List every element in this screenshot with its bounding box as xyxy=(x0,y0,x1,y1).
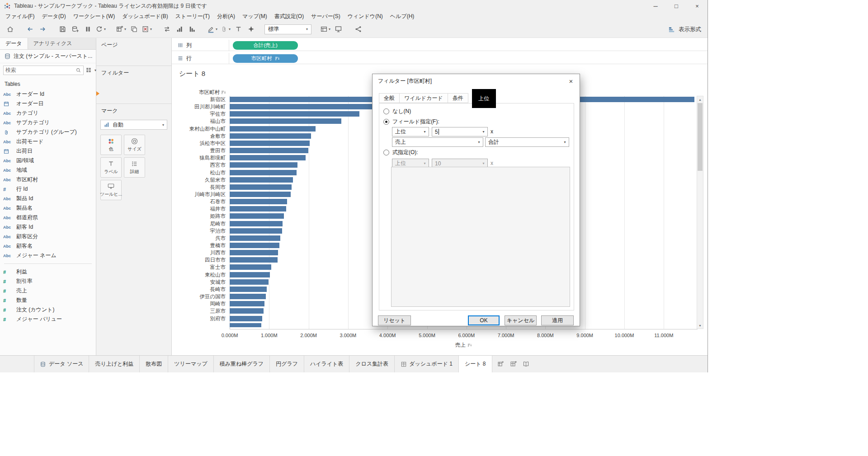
category-label[interactable]: 呉市 xyxy=(172,235,226,242)
field-item[interactable]: Abc顧客区分 xyxy=(0,232,96,241)
category-label[interactable]: 川崎市川崎区 xyxy=(172,191,226,198)
category-label[interactable]: 新宿区 xyxy=(172,96,226,103)
top-count-input[interactable]: 5 ▾ xyxy=(432,127,488,136)
field-item[interactable]: #売上 xyxy=(0,286,96,296)
field-item[interactable]: サブカテゴリ (グループ) xyxy=(0,127,96,137)
explain-data-button[interactable] xyxy=(245,23,257,36)
bar-mark[interactable] xyxy=(230,199,287,204)
pages-shelf[interactable]: ページ xyxy=(96,38,171,66)
undo-button[interactable] xyxy=(24,23,36,36)
reset-button[interactable]: リセット xyxy=(378,315,411,325)
marks-color-button[interactable]: 色 xyxy=(100,135,122,155)
category-label[interactable]: 長岡市 xyxy=(172,183,226,191)
show-me-button[interactable]: 表示形式 xyxy=(668,24,701,35)
bar-mark[interactable] xyxy=(230,148,308,153)
bar-mark[interactable] xyxy=(230,111,359,117)
fit-selector[interactable]: 標準▾ xyxy=(264,24,311,34)
category-label[interactable]: 田川郡川崎町 xyxy=(172,103,226,110)
category-label[interactable]: 久留米市 xyxy=(172,176,226,183)
menu-item[interactable]: マップ(M) xyxy=(239,12,271,21)
bar-mark[interactable] xyxy=(230,243,279,248)
category-label[interactable]: 富士市 xyxy=(172,263,226,271)
field-item[interactable]: Abcメジャー ネーム xyxy=(0,251,96,260)
menu-item[interactable]: サーバー(S) xyxy=(307,12,344,21)
new-worksheet-button[interactable]: ▾ xyxy=(114,23,127,36)
highlight-button[interactable]: ▾ xyxy=(206,23,219,36)
filters-shelf[interactable]: フィルター xyxy=(96,66,171,104)
category-label[interactable]: 西宮市 xyxy=(172,161,226,169)
cancel-button[interactable]: キャンセル xyxy=(505,315,537,325)
field-item[interactable]: #メジャー バリュー xyxy=(0,315,96,324)
bar-mark[interactable] xyxy=(230,250,278,255)
close-button[interactable]: × xyxy=(687,0,708,12)
home-button[interactable] xyxy=(4,23,16,36)
category-label[interactable]: 東村山郡中山町 xyxy=(172,125,226,132)
bar-mark[interactable] xyxy=(230,104,374,109)
field-item[interactable]: Abc製品 Id xyxy=(0,194,96,203)
redo-button[interactable] xyxy=(36,23,49,36)
new-worksheet-tab-button[interactable] xyxy=(495,358,507,370)
bar-mark[interactable] xyxy=(230,257,278,263)
category-label[interactable]: 岡崎市 xyxy=(172,300,226,307)
sheet-tab[interactable]: ハイライト表 xyxy=(304,356,349,372)
category-label[interactable]: 東松山市 xyxy=(172,271,226,278)
filter-none-radio[interactable]: なし(N) xyxy=(383,108,411,115)
bar-mark[interactable] xyxy=(230,206,286,212)
field-item[interactable]: Abc国/領域 xyxy=(0,156,96,165)
category-label[interactable]: 伊豆の国市 xyxy=(172,293,226,300)
marks-label-button[interactable]: ラベル xyxy=(100,157,122,178)
bar-mark[interactable] xyxy=(230,170,297,175)
sheet-tab[interactable]: 売り上げと利益 xyxy=(89,356,140,372)
field-item[interactable]: #注文 (カウント) xyxy=(0,305,96,315)
mark-type-select[interactable]: 自動 ▾ xyxy=(100,120,167,130)
field-item[interactable]: オーダー日 xyxy=(0,99,96,108)
pill-sum-sales[interactable]: 合計(売上) xyxy=(233,41,298,50)
category-label[interactable]: 尼崎市 xyxy=(172,220,226,227)
category-label[interactable]: 福山市 xyxy=(172,118,226,125)
field-item[interactable]: #行 Id xyxy=(0,184,96,194)
field-item[interactable]: Abc都道府県 xyxy=(0,213,96,222)
menu-item[interactable]: 書式設定(O) xyxy=(271,12,307,21)
field-item[interactable]: Abc地域 xyxy=(0,165,96,175)
clear-sheet-button[interactable]: ▾ xyxy=(140,23,153,36)
bar-mark[interactable] xyxy=(230,287,267,292)
bar-mark[interactable] xyxy=(230,118,341,124)
field-item[interactable]: Abcオーダー Id xyxy=(0,89,96,99)
bar-mark[interactable] xyxy=(230,272,270,277)
category-label[interactable]: 猿島郡境町 xyxy=(172,154,226,161)
sort-descending-button[interactable] xyxy=(186,23,198,36)
category-label[interactable]: 豊橋市 xyxy=(172,242,226,249)
pill-city[interactable]: 市区町村 xyxy=(233,54,298,63)
ok-button[interactable]: OK xyxy=(468,315,500,325)
bar-mark[interactable] xyxy=(230,177,293,183)
marks-size-button[interactable]: サイズ xyxy=(124,135,145,155)
search-input[interactable] xyxy=(5,67,75,73)
field-item[interactable]: Abc顧客名 xyxy=(0,241,96,251)
maximize-button[interactable]: □ xyxy=(666,0,687,12)
filter-tab-top[interactable]: 上位 xyxy=(472,89,496,108)
row-field-header[interactable]: 市区町村 xyxy=(172,89,228,96)
bar-mark[interactable] xyxy=(230,294,266,299)
grid-view-icon[interactable] xyxy=(85,67,92,73)
filter-by-formula-radio[interactable]: 式指定(O): xyxy=(383,149,418,156)
top-direction-select[interactable]: 上位 ▾ xyxy=(392,127,429,136)
aggregation-select[interactable]: 合計 ▾ xyxy=(485,137,569,147)
swap-axes-button[interactable] xyxy=(160,23,173,36)
bar-mark[interactable] xyxy=(230,316,262,321)
category-label[interactable]: 宇佐市 xyxy=(172,110,226,118)
category-label[interactable]: 松山市 xyxy=(172,169,226,176)
bar-mark[interactable] xyxy=(230,264,271,270)
marks-detail-button[interactable]: 詳細 xyxy=(124,157,145,178)
tab-data[interactable]: データ xyxy=(0,38,28,49)
sheet-tab[interactable]: ダッシュボード 1 xyxy=(395,356,459,372)
field-item[interactable]: Abc出荷モード xyxy=(0,137,96,146)
rows-shelf[interactable]: 行 市区町村 xyxy=(172,53,708,64)
marks-tooltip-button[interactable]: ツールヒ... xyxy=(100,180,122,200)
bar-mark[interactable] xyxy=(230,308,264,314)
field-item[interactable]: #数量 xyxy=(0,296,96,305)
field-item[interactable]: Abc製品名 xyxy=(0,203,96,213)
sheet-tab[interactable]: 積み重ね棒グラフ xyxy=(214,356,270,372)
menu-item[interactable]: ストーリー(T) xyxy=(172,12,213,21)
pause-updates-button[interactable] xyxy=(81,23,94,36)
menu-item[interactable]: ファイル(F) xyxy=(2,12,38,21)
